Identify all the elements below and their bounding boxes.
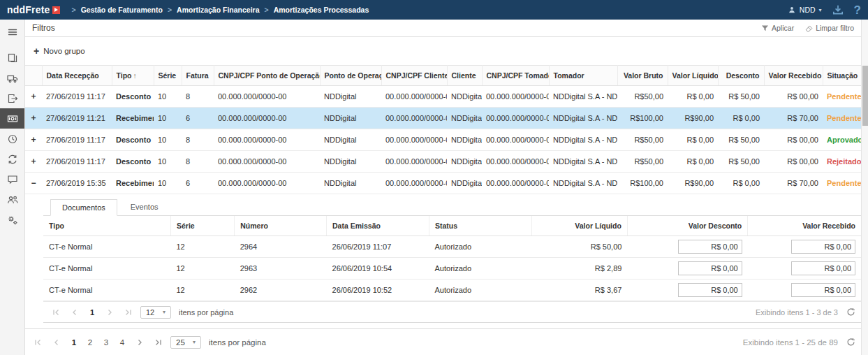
col-tipo[interactable]: Tipo↑ [112,66,154,86]
breadcrumb-item-gestao[interactable]: Gestão de Faturamento [81,6,163,14]
sidebar-item-history[interactable] [0,129,24,149]
col-tomador[interactable]: Tomador [549,66,617,86]
col-cnpj-tomador[interactable]: CNPJ/CPF Tomador [482,66,549,86]
amortizations-table: Data Recepção Tipo↑ Série Fatura CNPJ/CP… [25,65,861,194]
col-doc-emissao[interactable]: Data Emissão [327,216,429,236]
col-doc-status[interactable]: Status [429,216,532,236]
row-expander[interactable]: + [25,108,42,129]
app-logo[interactable]: nddFrete [7,4,60,15]
valor-desconto-input[interactable] [678,240,742,254]
tab-documentos[interactable]: Documentos [50,199,117,216]
table-row[interactable]: + 27/06/2019 11:17 Desconto 10 8 00.000.… [25,129,861,151]
first-page-button[interactable] [49,305,63,319]
cell-ponto: NDDigital [320,151,381,173]
cell-valor-recebido: R$ 00,00 [764,129,823,151]
tab-eventos[interactable]: Eventos [119,198,170,215]
document-row[interactable]: CT-e Normal 12 2964 26/06/2019 11:07 Aut… [43,236,861,258]
document-row[interactable]: CT-e Normal 12 2962 26/06/2019 10:52 Aut… [43,280,861,301]
last-page-button[interactable] [152,335,165,349]
refresh-button[interactable] [846,338,855,347]
col-situacao[interactable]: Situação [823,66,861,86]
col-doc-numero[interactable]: Número [235,216,327,236]
page-number-3[interactable]: 3 [101,337,112,348]
sidebar-item-settings[interactable] [0,210,24,230]
filters-title: Filtros [32,23,55,33]
sidebar-item-sync[interactable] [0,149,24,169]
breadcrumb-item-processadas[interactable]: Amortizações Processadas [274,6,369,14]
col-doc-valor-liquido[interactable]: Valor Líquido [532,216,628,236]
col-doc-tipo[interactable]: Tipo [43,216,170,236]
page-size-select[interactable]: 25 ▾ [170,336,201,349]
table-row[interactable]: + 27/06/2019 11:17 Desconto 10 8 00.000.… [25,151,861,173]
cell-data-recepcao: 27/06/2019 11:17 [42,151,112,173]
download-button[interactable] [832,3,844,16]
clear-filter-button[interactable]: Limpar filtro [805,24,854,32]
col-valor-liquido[interactable]: Valor Líquido [668,66,718,86]
cell-valor-bruto: R$50,00 [617,86,668,108]
cell-cliente: NDDigital [447,173,482,194]
next-page-button[interactable] [133,335,147,349]
doc-numero: 2963 [235,258,327,280]
documents-pager: 1 12 ▾ itens por página Exibindo itens 1… [43,301,861,322]
row-expander[interactable]: + [25,151,42,173]
table-row-expanded[interactable]: − 27/06/2019 15:35 Recebimento 10 6 00.0… [25,173,861,194]
col-doc-valor-recebido[interactable]: Valor Recebido [748,216,861,236]
valor-desconto-input[interactable] [678,261,742,275]
grid-hscroll-track[interactable] [25,323,861,328]
valor-recebido-input[interactable] [791,283,855,297]
vertical-scrollbar[interactable] [861,20,868,355]
scrollbar-thumb[interactable] [862,66,868,126]
col-valor-recebido[interactable]: Valor Recebido [764,66,823,86]
user-menu[interactable]: NDD ▾ [788,6,822,14]
valor-desconto-input[interactable] [678,283,742,297]
cell-cnpj-cliente: 00.000.000/0000-00 [381,173,447,194]
table-row-selected[interactable]: + 27/06/2019 11:21 Recebimento 10 6 00.0… [25,108,861,129]
sidebar-item-documents[interactable] [0,48,24,68]
col-serie[interactable]: Série [154,66,182,86]
col-ponto[interactable]: Ponto de Operação [320,66,381,86]
page-number-1[interactable]: 1 [68,337,80,348]
prev-page-button[interactable] [68,305,82,319]
breadcrumb-item-amortizacao[interactable]: Amortização Financeira [177,6,259,14]
money-icon [7,113,18,124]
col-desconto[interactable]: Desconto [718,66,764,86]
sidebar-item-export[interactable] [0,88,24,108]
sidebar-item-freight[interactable] [0,68,24,88]
valor-recebido-input[interactable] [791,261,855,275]
help-button[interactable]: ? [854,4,861,16]
col-fatura[interactable]: Fatura [182,66,214,86]
page-size-value: 12 [146,308,154,317]
table-row[interactable]: + 27/06/2019 11:17 Desconto 10 8 00.000.… [25,86,861,108]
prev-page-button[interactable] [50,335,64,349]
page-number-4[interactable]: 4 [117,337,128,348]
first-page-button[interactable] [31,335,45,349]
page-size-select[interactable]: 12 ▾ [140,306,171,319]
apply-filter-button[interactable]: Aplicar [761,24,794,32]
col-cnpj-ponto[interactable]: CNPJ/CPF Ponto de Operação [214,66,320,86]
sidebar-item-menu[interactable] [0,22,24,42]
col-cliente[interactable]: Cliente [447,66,482,86]
row-expander[interactable]: + [25,129,42,151]
valor-recebido-input[interactable] [791,240,855,254]
sidebar-item-users[interactable] [0,189,24,210]
doc-emissao: 26/06/2019 11:07 [327,236,429,258]
col-doc-serie[interactable]: Série [170,216,234,236]
col-doc-valor-desconto[interactable]: Valor Desconto [627,216,747,236]
cell-tomador: NDDigital S.A - NDD [549,129,617,151]
sidebar-item-messages[interactable] [0,169,24,189]
col-valor-bruto[interactable]: Valor Bruto [617,66,668,86]
row-expander[interactable]: + [25,86,42,108]
page-number[interactable]: 1 [87,307,98,318]
next-page-button[interactable] [103,305,117,319]
page-number-2[interactable]: 2 [84,337,96,348]
row-collapser[interactable]: − [25,173,42,194]
col-cnpj-cliente[interactable]: CNPJ/CPF Cliente [381,66,447,86]
sidebar-item-billing[interactable] [0,108,24,129]
cell-cnpj-ponto: 00.000.000/0000-00 [214,151,320,173]
col-data-recepcao[interactable]: Data Recepção [42,66,112,86]
new-group-button[interactable]: + Novo grupo [34,45,85,57]
last-page-button[interactable] [122,305,135,319]
cell-cliente: NDDigital [447,86,482,108]
document-row[interactable]: CT-e Normal 12 2963 26/06/2019 10:54 Aut… [43,258,861,280]
refresh-button[interactable] [846,307,855,317]
